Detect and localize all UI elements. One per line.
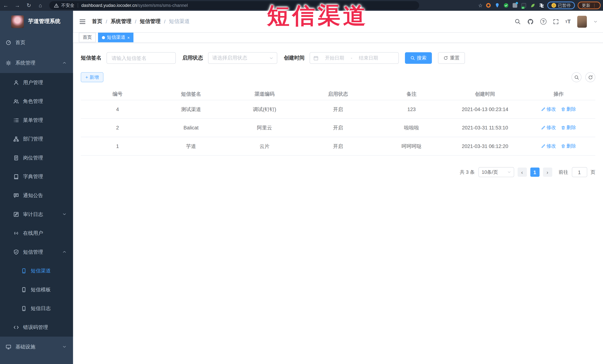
browser-forward-icon[interactable]: → [12,0,23,11]
cell-remark: 呵呵呵哒 [375,143,448,150]
help-icon[interactable]: ? [540,18,546,24]
sidebar-item-dict-management[interactable]: 字典管理 [0,167,73,186]
bookmark-star-icon[interactable]: ☆ [478,2,483,8]
chevron-down-icon[interactable] [593,20,598,24]
sidebar-item-sms-template[interactable]: 短信模板 [0,280,73,299]
delete-label: 删除 [567,143,576,149]
table-row: 1 芋道 云片 开启 呵呵呵哒 2021-03-31 06:12:20 修改 删… [81,137,595,155]
breadcrumb-home[interactable]: 首页 [92,18,102,25]
sidebar-item-infrastructure[interactable]: 基础设施 [0,337,73,357]
page-size-select[interactable]: 10条/页 [478,167,514,177]
cell-sign: 测试渠道 [154,106,228,113]
sidebar-item-dept-management[interactable]: 部门管理 [0,129,73,148]
page-1-button[interactable]: 1 [530,167,539,177]
org-tree-icon [13,136,19,142]
chevron-down-icon [62,212,67,216]
date-range-picker[interactable]: - [310,52,399,64]
url-host[interactable]: dashboard.yudao.iocoder.cn [81,3,137,8]
delete-link[interactable]: 删除 [561,106,576,112]
url-path[interactable]: /system/sms/sms-channel [137,3,188,8]
sidebar-item-audit-log[interactable]: 审计日志 [0,205,73,224]
toggle-search-button[interactable] [571,72,581,82]
reset-button[interactable]: 重置 [438,52,465,64]
browser-back-icon[interactable]: ← [0,0,12,11]
delete-link[interactable]: 删除 [561,143,576,149]
browser-reload-icon[interactable]: ↻ [23,0,35,11]
browser-update-button[interactable]: 更新 ⋮ [578,1,601,9]
sidebar-item-system-management[interactable]: 系统管理 [0,53,73,73]
list-icon [13,117,19,123]
sidebar-item-menu-management[interactable]: 菜单管理 [0,111,73,130]
sidebar-item-sms-channel[interactable]: 短信渠道 [0,261,73,280]
status-select[interactable]: 请选择启用状态 [208,52,277,64]
font-size-icon[interactable]: TT [565,19,571,24]
chat-bubble-icon [13,193,19,198]
sidebar-item-post-management[interactable]: 岗位管理 [0,148,73,167]
browser-menu-icon[interactable]: ⋮ [592,3,596,8]
sidebar-item-user-management[interactable]: 用户管理 [0,73,73,92]
sidebar-logo[interactable]: 芋道管理系统 [0,11,73,32]
browser-home-icon[interactable]: ⌂ [35,0,46,11]
fullscreen-icon[interactable] [553,19,559,24]
date-start-input[interactable] [321,55,348,61]
hamburger-icon[interactable] [79,18,86,25]
tab-home[interactable]: 首页 [79,33,96,42]
avatar[interactable] [577,16,587,27]
page-content: 短信签名 启用状态 请选择启用状态 创建时间 - [73,43,603,364]
edit-link[interactable]: 修改 [541,143,556,149]
prev-page-button[interactable]: ‹ [517,167,527,177]
extension-pin-icon[interactable] [494,2,500,8]
sidebar-item-home[interactable]: 首页 [0,32,73,53]
table-row: 4 测试渠道 调试(钉钉) 开启 123 2021-04-13 00:23:14… [81,100,595,119]
breadcrumb-sms[interactable]: 短信管理 [140,18,161,25]
chevron-down-icon [62,345,67,349]
book-icon [13,174,19,179]
chevron-down-icon [269,56,273,60]
tab-label: 短信渠道 [107,34,125,41]
edit-label: 修改 [546,124,556,131]
address-bar[interactable]: 不安全 dashboard.yudao.iocoder.cn/system/sm… [49,1,419,10]
breadcrumb-system[interactable]: 系统管理 [111,18,131,25]
close-icon[interactable]: × [127,35,130,40]
sidebar-item-sms-management[interactable]: 短信管理 [0,242,73,261]
smiley-icon: ☺ [551,3,556,8]
sidebar-item-sms-log[interactable]: 短信日志 [0,299,73,318]
extension-gray-icon[interactable] [512,2,518,8]
extension-check-icon[interactable] [503,2,509,8]
date-end-input[interactable] [355,55,382,61]
cell-id: 1 [81,143,154,149]
edit-link[interactable]: 修改 [541,106,556,112]
goto-page-input[interactable] [572,167,587,177]
col-header-actions: 操作 [522,91,595,98]
page-size-value: 10条/页 [482,169,498,176]
search-button[interactable]: 搜索 [405,52,432,64]
add-button[interactable]: + 新增 [81,72,103,82]
sign-input[interactable] [106,52,176,64]
extensions-puzzle-icon[interactable] [538,2,545,8]
sidebar-item-error-code[interactable]: 错误码管理 [0,318,73,337]
github-icon[interactable] [527,18,534,25]
extension-onebox-icon[interactable]: on [521,2,527,8]
delete-link[interactable]: 删除 [561,124,576,131]
extension-orange-ring-icon[interactable] [485,2,491,8]
chevron-down-icon [507,170,511,174]
search-icon[interactable] [514,18,521,24]
sidebar-item-role-management[interactable]: 角色管理 [0,92,73,111]
pagination-total: 共 3 条 [460,169,475,176]
broadcast-icon [13,230,19,236]
col-header-created: 创建时间 [448,91,522,98]
tab-sms-channel[interactable]: 短信渠道 × [98,33,134,42]
pagination: 共 3 条 10条/页 ‹ 1 › 前往 页 [81,167,595,177]
status-label: 启用状态 [182,55,203,61]
cell-sign: 芋道 [154,143,228,150]
main-area: 首页 / 系统管理 / 短信管理 / 短信渠道 ? TT [73,11,603,364]
edit-link[interactable]: 修改 [541,124,556,131]
security-label[interactable]: 不安全 [61,2,74,8]
refresh-button[interactable] [585,72,595,82]
sidebar-item-online-users[interactable]: 在线用户 [0,224,73,243]
paused-extension-badge[interactable]: ☺ 已暂停 [547,1,575,9]
sidebar-item-notice[interactable]: 通知公告 [0,186,73,205]
next-page-button[interactable]: › [543,167,552,177]
extension-leaf-icon[interactable] [530,2,536,8]
app-header: 首页 / 系统管理 / 短信管理 / 短信渠道 ? TT [73,11,603,33]
